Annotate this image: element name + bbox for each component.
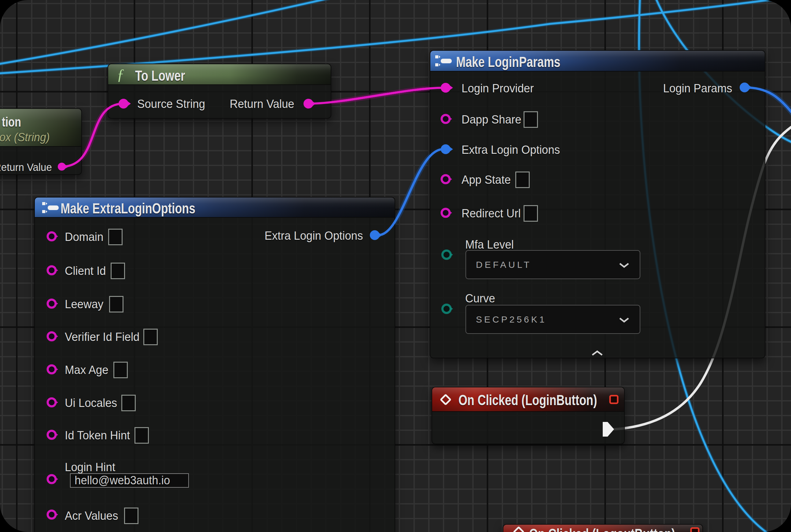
svg-text:ƒ: ƒ xyxy=(117,66,124,83)
